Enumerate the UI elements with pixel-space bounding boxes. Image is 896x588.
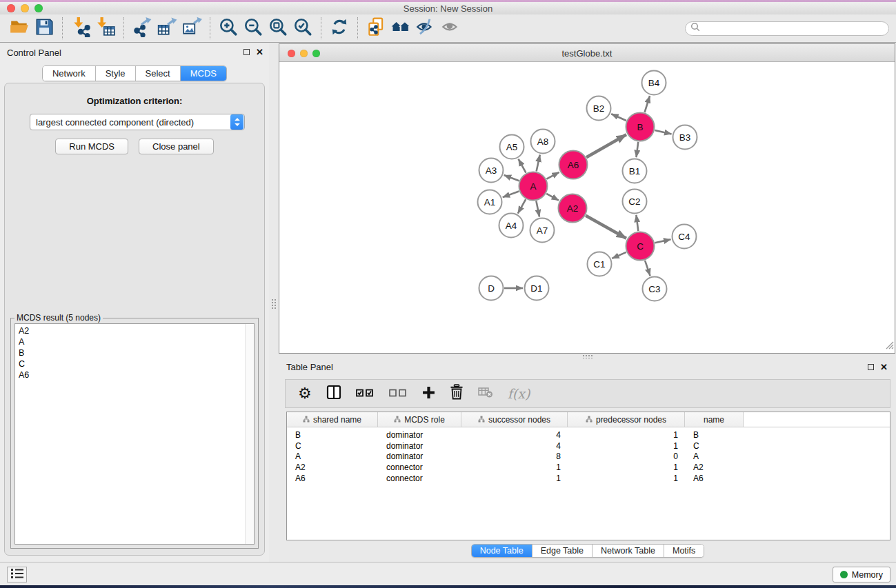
home-button[interactable] [388, 17, 413, 40]
result-item[interactable]: A [15, 336, 254, 347]
graph-edge-A2-C[interactable] [586, 216, 626, 239]
table-cell[interactable]: dominator [378, 430, 461, 440]
column-header-shared-name[interactable]: shared name [287, 412, 378, 427]
graph-edge-A-A7[interactable] [536, 201, 539, 217]
select-all-button[interactable] [356, 387, 375, 400]
zoom-fit-button[interactable] [266, 17, 290, 40]
result-item[interactable]: B [15, 347, 254, 358]
panel-divider[interactable] [269, 43, 279, 562]
zoom-out-button[interactable] [241, 17, 266, 40]
graph-edge-A-A1[interactable] [503, 192, 519, 198]
column-header-mcds-role[interactable]: MCDS role [378, 412, 461, 427]
graph-edge-A-A3[interactable] [504, 175, 519, 181]
graph-node-C1[interactable]: C1 [588, 252, 612, 276]
show-graphics-details-button[interactable] [438, 17, 463, 40]
add-column-button[interactable] [422, 386, 435, 402]
float-table-panel-icon[interactable] [868, 364, 874, 370]
search-input[interactable] [704, 23, 883, 34]
table-row[interactable]: Bdominator41B [287, 429, 890, 440]
divider-grip[interactable] [271, 298, 277, 310]
table-cell[interactable]: A [287, 452, 378, 461]
table-settings-button[interactable]: ⚙ [298, 386, 312, 401]
graph-node-D1[interactable]: D1 [525, 276, 549, 301]
result-scrollbar[interactable] [245, 324, 254, 544]
save-session-button[interactable] [32, 17, 57, 40]
graph-edge-C-C4[interactable] [655, 239, 670, 243]
table-cell[interactable]: dominator [378, 452, 461, 461]
table-cell[interactable]: C [287, 441, 378, 451]
close-panel-icon[interactable]: ✕ [256, 48, 263, 57]
deselect-all-button[interactable] [389, 387, 408, 400]
zoom-in-button[interactable] [216, 17, 241, 40]
graph-node-C2[interactable]: C2 [623, 190, 647, 214]
table-cell[interactable]: dominator [378, 441, 461, 451]
tab-mcds[interactable]: MCDS [180, 66, 226, 81]
hide-graphics-details-button[interactable] [413, 17, 438, 40]
graph-edge-A6-B[interactable] [586, 134, 626, 157]
network-canvas[interactable]: B4B2BB3A8A5A6A3B1AA1C2A2A4A7C4CC1DD1C3 [279, 62, 895, 353]
graph-node-A5[interactable]: A5 [500, 135, 524, 159]
column-view-button[interactable] [326, 385, 341, 403]
function-builder-button[interactable]: f(x) [508, 386, 530, 401]
table-cell[interactable]: 1 [568, 463, 685, 472]
graph-edge-B-B3[interactable] [655, 130, 671, 134]
tab-network[interactable]: Network [43, 66, 95, 81]
column-header-predecessor-nodes[interactable]: predecessor nodes [568, 412, 685, 427]
table-cell[interactable]: 1 [568, 430, 685, 440]
graph-edge-B-B4[interactable] [645, 96, 650, 112]
table-cell[interactable]: 1 [461, 474, 568, 483]
column-header-successor-nodes[interactable]: successor nodes [461, 412, 568, 427]
open-file-button[interactable] [7, 17, 32, 40]
network-window-titlebar[interactable]: testGlobe.txt [279, 44, 895, 62]
graph-node-B4[interactable]: B4 [642, 71, 666, 95]
tab-motifs[interactable]: Motifs [664, 545, 704, 557]
result-item[interactable]: A6 [15, 369, 254, 381]
graph-node-B2[interactable]: B2 [587, 97, 611, 121]
table-cell[interactable]: 4 [461, 430, 568, 440]
memory-button[interactable]: Memory [833, 567, 890, 582]
import-table-button[interactable] [93, 17, 118, 40]
table-cell[interactable]: A6 [685, 474, 744, 483]
resize-grip-icon[interactable] [884, 340, 894, 352]
graph-node-C[interactable]: C [626, 232, 655, 261]
graph-edge-B-B2[interactable] [611, 114, 626, 121]
table-row[interactable]: A6connector11A6 [287, 473, 890, 484]
graph-edge-A-A2[interactable] [546, 194, 559, 201]
table-cell[interactable]: A2 [287, 463, 378, 472]
graph-edge-C-C2[interactable] [636, 215, 638, 231]
run-mcds-button[interactable]: Run MCDS [55, 139, 128, 154]
tab-style[interactable]: Style [95, 66, 135, 81]
close-table-panel-icon[interactable]: ✕ [880, 363, 888, 372]
tab-edge-table[interactable]: Edge Table [532, 545, 592, 557]
table-cell[interactable]: 1 [461, 463, 568, 472]
table-cell[interactable]: 1 [568, 474, 685, 483]
search-field[interactable] [685, 21, 889, 36]
table-cell[interactable]: A2 [685, 463, 744, 472]
graph-node-A8[interactable]: A8 [531, 130, 555, 154]
graph-edge-A-A6[interactable] [546, 172, 559, 179]
graph-node-C3[interactable]: C3 [643, 277, 667, 301]
export-image-button[interactable] [179, 17, 204, 40]
graph-node-A1[interactable]: A1 [478, 190, 502, 214]
table-cell[interactable]: 8 [461, 452, 568, 461]
graph-node-B[interactable]: B [626, 113, 655, 141]
table-cell[interactable]: B [287, 430, 378, 440]
graph-edge-A-A4[interactable] [518, 199, 526, 213]
tab-node-table[interactable]: Node Table [472, 545, 532, 557]
graph-node-A6[interactable]: A6 [559, 151, 588, 179]
table-row[interactable]: A2connector11A2 [287, 462, 890, 473]
graph-node-A2[interactable]: A2 [559, 194, 587, 223]
graph-node-B3[interactable]: B3 [673, 125, 697, 150]
graph-edge-C-C1[interactable] [612, 252, 626, 258]
table-cell[interactable]: B [685, 430, 744, 440]
column-header-name[interactable]: name [685, 412, 744, 427]
export-table-button[interactable] [155, 17, 179, 40]
result-item[interactable]: C [15, 358, 254, 369]
task-history-button[interactable] [7, 567, 27, 582]
graph-node-A3[interactable]: A3 [479, 159, 504, 183]
tab-select[interactable]: Select [135, 66, 180, 81]
table-cell[interactable]: connector [378, 463, 461, 472]
table-cell[interactable]: 0 [568, 452, 685, 461]
graph-node-A4[interactable]: A4 [499, 214, 524, 238]
graph-node-D[interactable]: D [479, 276, 504, 301]
